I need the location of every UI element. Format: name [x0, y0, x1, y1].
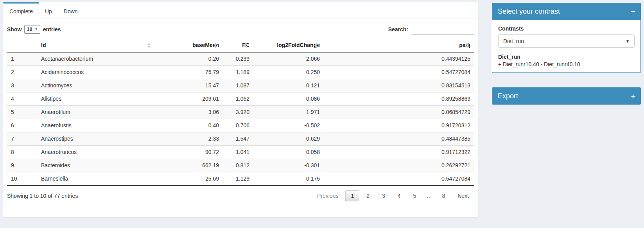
fc-cell: 0.239: [223, 52, 253, 66]
column-label: Id: [41, 42, 46, 48]
search-input[interactable]: [412, 24, 474, 34]
padj-cell: 0.06854729: [324, 106, 474, 119]
pagination-ellipsis: …: [423, 190, 435, 201]
fc-cell: 1.547: [223, 132, 253, 146]
column-header-fc[interactable]: FC: [223, 39, 253, 52]
tab-up[interactable]: Up: [39, 2, 58, 19]
padj-cell: 0.89258869: [324, 92, 474, 106]
export-panel-title: Export: [498, 92, 518, 100]
results-table: Id baseMean FC log2FoldChange: [7, 39, 474, 186]
basemean-cell: 0.40: [156, 119, 223, 132]
pagination-page-1[interactable]: 1: [345, 190, 359, 201]
contrasts-label: Contrasts: [498, 25, 635, 32]
tab-complete[interactable]: Complete: [3, 2, 39, 19]
log2fc-cell: 0.121: [253, 79, 324, 92]
row-index-cell: 6: [7, 119, 37, 132]
row-index-cell: 7: [7, 132, 37, 146]
table-row: 10 Barnesiella 25.69 1.129 0.175 0.54727…: [7, 172, 474, 186]
table-header-row: Id baseMean FC log2FoldChange: [7, 39, 474, 52]
expand-button[interactable]: +: [631, 93, 635, 100]
contrast-select[interactable]: Diet_run ▼: [498, 34, 635, 48]
sort-icon: [244, 43, 248, 48]
table-controls: Show 10 ▼ entries Search:: [3, 19, 478, 38]
page-length-prefix-label: Show: [7, 26, 22, 33]
pagination-page-8[interactable]: 8: [436, 190, 450, 201]
id-cell: Anaerotruncus: [37, 146, 156, 159]
row-index-cell: 2: [7, 66, 37, 79]
row-index-cell: 4: [7, 92, 37, 106]
sort-icon: [147, 43, 151, 48]
log2fc-cell: 1.971: [253, 106, 324, 119]
fc-cell: 0.812: [223, 159, 253, 172]
pagination-page-5[interactable]: 5: [408, 190, 422, 201]
fc-cell: 1.041: [223, 146, 253, 159]
pagination-next[interactable]: Next: [452, 190, 474, 201]
log2fc-cell: 0.086: [253, 92, 324, 106]
minus-icon: −: [631, 8, 635, 15]
log2fc-cell: -0.301: [253, 159, 324, 172]
pagination-page-2[interactable]: 2: [361, 190, 375, 201]
log2fc-cell: 0.250: [253, 66, 324, 79]
basemean-cell: 2.33: [156, 132, 223, 146]
fc-cell: 1.087: [223, 79, 253, 92]
table-info: Showing 1 to 10 of 77 entries: [7, 193, 78, 199]
results-panel: Complete Up Down Show 10 ▼ entries Searc…: [3, 2, 478, 217]
padj-cell: 0.91712322: [324, 146, 474, 159]
column-header-padj[interactable]: padj: [324, 39, 474, 52]
select-arrow-icon: ▼: [35, 27, 38, 31]
row-index-cell: 3: [7, 79, 37, 92]
page-length-value: 10: [27, 26, 32, 32]
page: Complete Up Down Show 10 ▼ entries Searc…: [0, 0, 644, 228]
contrast-panel-body: Contrasts Diet_run ▼ Diet_run + Diet_run…: [492, 20, 641, 73]
export-panel: Export +: [492, 87, 641, 105]
pagination: Previous 1 2 3 4 5 … 8 Next: [310, 190, 474, 201]
column-header-log2foldchange[interactable]: log2FoldChange: [253, 39, 324, 52]
row-index-cell: 1: [7, 52, 37, 66]
table-row: 6 Anaerofustis 0.40 0.706 -0.502 0.91720…: [7, 119, 474, 132]
pagination-previous[interactable]: Previous: [312, 190, 344, 201]
basemean-cell: 3.06: [156, 106, 223, 119]
table-row: 8 Anaerotruncus 90.72 1.041 0.058 0.9171…: [7, 146, 474, 159]
log2fc-cell: -0.502: [253, 119, 324, 132]
contrast-panel-header: Select your contrast −: [492, 3, 641, 20]
column-header-index[interactable]: [7, 39, 37, 52]
pagination-page-4[interactable]: 4: [392, 190, 406, 201]
search-label: Search:: [388, 26, 408, 33]
log2fc-cell: -2.066: [253, 52, 324, 66]
table-row: 1 Acetanaerobacterium 0.26 0.239 -2.066 …: [7, 52, 474, 66]
id-cell: Barnesiella: [37, 172, 156, 186]
column-header-id[interactable]: Id: [37, 39, 156, 52]
pagination-page-3[interactable]: 3: [377, 190, 391, 201]
table-row: 5 Anaerofilum 3.06 3.920 1.971 0.0685472…: [7, 106, 474, 119]
fc-cell: 1.129: [223, 172, 253, 186]
row-index-cell: 10: [7, 172, 37, 186]
column-label: log2FoldChange: [277, 42, 320, 48]
contrast-panel-title: Select your contrast: [498, 7, 560, 16]
basemean-cell: 662.19: [156, 159, 223, 172]
sort-icon: [214, 43, 217, 48]
padj-cell: 0.91720312: [324, 119, 474, 132]
column-header-basemean[interactable]: baseMean: [156, 39, 223, 52]
id-cell: Anaerostipes: [37, 132, 156, 146]
table-row: 9 Bacteroides 662.19 0.812 -0.301 0.2629…: [7, 159, 474, 172]
fc-cell: 1.062: [223, 92, 253, 106]
basemean-cell: 90.72: [156, 146, 223, 159]
plus-icon: +: [631, 92, 635, 100]
row-index-cell: 5: [7, 106, 37, 119]
fc-cell: 3.920: [223, 106, 253, 119]
padj-cell: 0.44394125: [324, 52, 474, 66]
table-footer: Showing 1 to 10 of 77 entries Previous 1…: [3, 186, 478, 205]
basemean-cell: 25.69: [156, 172, 223, 186]
sort-icon: [465, 43, 469, 48]
log2fc-cell: 0.175: [253, 172, 324, 186]
page-length-select[interactable]: 10 ▼: [24, 25, 40, 34]
tab-down[interactable]: Down: [58, 2, 84, 19]
contrast-panel: Select your contrast − Contrasts Diet_ru…: [492, 3, 641, 73]
table-row: 4 Alistipes 209.61 1.062 0.086 0.8925886…: [7, 92, 474, 106]
id-cell: Anaerofustis: [37, 119, 156, 132]
id-cell: Acetanaerobacterium: [37, 52, 156, 66]
fc-cell: 0.706: [223, 119, 253, 132]
tab-bar: Complete Up Down: [3, 2, 478, 19]
collapse-button[interactable]: −: [631, 8, 635, 15]
fc-cell: 1.189: [223, 66, 253, 79]
